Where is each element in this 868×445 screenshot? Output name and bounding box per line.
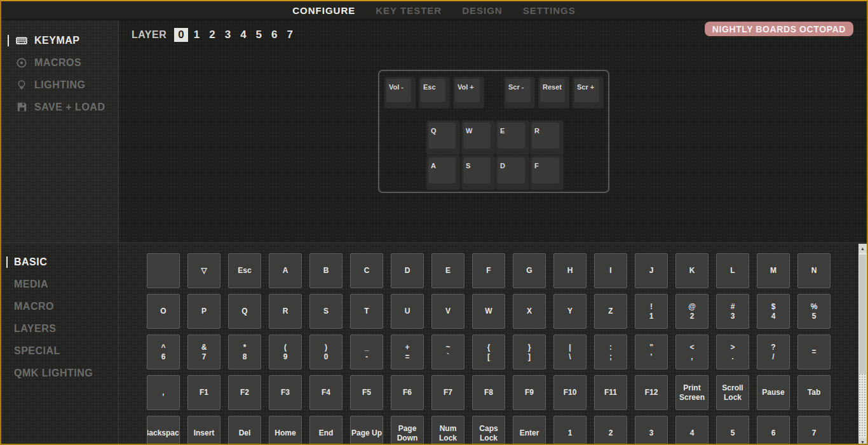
keycode-key-tab[interactable]: Tab [797, 375, 831, 410]
keycode-key-f10[interactable]: F10 [553, 375, 587, 410]
sidebar-item-lighting[interactable]: LIGHTING [1, 74, 118, 96]
scroll-down-icon[interactable]: ▼ [858, 437, 867, 445]
keycode-key-5[interactable]: % 5 [797, 294, 831, 329]
layer-button-4[interactable]: 4 [236, 28, 250, 42]
category-macro[interactable]: MACRO [1, 295, 118, 317]
keycode-key-v[interactable]: V [431, 294, 465, 329]
keycode-key-y[interactable]: Y [553, 294, 587, 329]
keycode-key-f7[interactable]: F7 [431, 375, 465, 410]
keycode-key-4[interactable]: 4 [675, 416, 709, 445]
preview-key-d[interactable]: D [496, 156, 529, 190]
preview-key-q[interactable]: Q [426, 121, 460, 155]
category-basic[interactable]: BASIC [1, 251, 118, 273]
keycode-key-f11[interactable]: F11 [594, 375, 627, 410]
keycode-key-page-down[interactable]: Page Down [391, 416, 424, 445]
keycode-key-insert[interactable]: Insert [187, 416, 220, 445]
keycode-key-3[interactable]: # 3 [716, 294, 749, 329]
device-badge[interactable]: NIGHTLY BOARDS OCTOPAD [705, 22, 853, 36]
keycode-key-0[interactable]: ) 0 [309, 335, 342, 369]
keycode-key-backspace[interactable]: Backspace [147, 416, 180, 445]
keycode-key-enter[interactable]: Enter [513, 416, 546, 445]
keycode-key-6[interactable]: ^ 6 [147, 335, 180, 369]
keycode-key-del[interactable]: Del [228, 416, 261, 445]
keycode-key-1[interactable]: 1 [553, 416, 587, 445]
keycode-key-home[interactable]: Home [269, 416, 302, 445]
category-special[interactable]: SPECIAL [1, 340, 118, 362]
layer-button-6[interactable]: 6 [268, 28, 281, 42]
scroll-up-icon[interactable]: ▲ [858, 244, 867, 253]
keycode-key-q[interactable]: Q [228, 294, 261, 329]
keycode-key-t[interactable]: T [350, 294, 383, 329]
keycode-key-transparent[interactable]: ▽ [187, 253, 220, 288]
vertical-scrollbar-thumb[interactable] [859, 255, 866, 374]
keycode-key-a[interactable]: A [269, 253, 302, 288]
tab-key-tester[interactable]: KEY TESTER [376, 5, 442, 16]
category-layers[interactable]: LAYERS [1, 317, 118, 340]
keycode-key-8[interactable]: * 8 [228, 335, 261, 369]
keycode-key-7[interactable]: 7 [797, 416, 831, 445]
layer-button-1[interactable]: 1 [190, 28, 203, 42]
keycode-key-key[interactable]: { [ [472, 335, 505, 369]
preview-key-r[interactable]: R [530, 121, 564, 155]
preview-key-s[interactable]: S [461, 156, 495, 190]
keycode-key-page-up[interactable]: Page Up [350, 416, 383, 445]
keycode-key-f6[interactable]: F6 [391, 375, 424, 410]
keycode-key-scroll-lock[interactable]: Scroll Lock [716, 375, 749, 410]
keycode-key-h[interactable]: H [553, 253, 587, 288]
keycode-key-c[interactable]: C [350, 253, 383, 288]
keycode-key-key[interactable]: : ; [594, 335, 627, 369]
keycode-key-f3[interactable]: F3 [269, 375, 302, 410]
keycode-key-z[interactable]: Z [594, 294, 627, 329]
keycode-key-key[interactable]: = [797, 335, 831, 369]
keycode-key-n[interactable]: N [797, 253, 831, 288]
keycode-key-d[interactable]: D [391, 253, 424, 288]
keycode-key-7[interactable]: & 7 [187, 335, 220, 369]
keycode-key-p[interactable]: P [187, 294, 220, 329]
keycode-key-k[interactable]: K [675, 253, 709, 288]
keycode-key-key[interactable]: ~ ` [431, 335, 465, 369]
keycode-key-key[interactable]: _ - [350, 335, 383, 369]
preview-key-scr[interactable]: Scr + [573, 77, 604, 109]
keycode-key-key[interactable]: } ] [513, 335, 546, 369]
category-media[interactable]: MEDIA [1, 273, 118, 295]
tab-design[interactable]: DESIGN [462, 5, 503, 16]
keycode-key-f2[interactable]: F2 [228, 375, 261, 410]
keycode-key-i[interactable]: I [594, 253, 627, 288]
keycode-key-4[interactable]: $ 4 [757, 294, 790, 329]
keycode-key-key[interactable]: " ' [635, 335, 668, 369]
keycode-key-s[interactable]: S [309, 294, 342, 329]
keycode-key-key[interactable]: < , [675, 335, 709, 369]
keycode-key-key[interactable]: > . [716, 335, 749, 369]
preview-key-scr[interactable]: Scr - [504, 77, 535, 109]
keycode-key-j[interactable]: J [635, 253, 668, 288]
keycode-key-x[interactable]: X [513, 294, 546, 329]
keycode-key-f5[interactable]: F5 [350, 375, 383, 410]
keycode-key-r[interactable]: R [269, 294, 302, 329]
preview-key-e[interactable]: E [496, 121, 529, 155]
keycode-key-esc[interactable]: Esc [228, 253, 261, 288]
sidebar-item-keymap[interactable]: KEYMAP [1, 29, 118, 51]
category-qmk-lighting[interactable]: QMK LIGHTING [1, 362, 118, 384]
layer-button-5[interactable]: 5 [252, 28, 266, 42]
preview-key-reset[interactable]: Reset [538, 77, 569, 109]
layer-button-7[interactable]: 7 [283, 28, 297, 42]
keycode-key-end[interactable]: End [309, 416, 342, 445]
keycode-key-w[interactable]: W [472, 294, 505, 329]
keycode-key-f[interactable]: F [472, 253, 505, 288]
keycode-key-blank[interactable] [147, 253, 180, 288]
keycode-key-l[interactable]: L [716, 253, 749, 288]
preview-key-vol[interactable]: Vol - [384, 77, 416, 109]
preview-key-f[interactable]: F [530, 156, 564, 190]
keycode-key-key[interactable]: ? / [757, 335, 790, 369]
keycode-key-print-screen[interactable]: Print Screen [675, 375, 709, 410]
layer-button-2[interactable]: 2 [205, 28, 219, 42]
keycode-key-key[interactable]: , [147, 375, 180, 410]
sidebar-item-macros[interactable]: MACROS [1, 51, 118, 74]
preview-key-w[interactable]: W [461, 121, 495, 155]
keycode-key-o[interactable]: O [147, 294, 180, 329]
keycode-key-5[interactable]: 5 [716, 416, 749, 445]
keycode-key-key[interactable]: | \ [553, 335, 587, 369]
keycode-key-u[interactable]: U [391, 294, 424, 329]
keycode-key-f8[interactable]: F8 [472, 375, 505, 410]
tab-settings[interactable]: SETTINGS [523, 5, 576, 16]
